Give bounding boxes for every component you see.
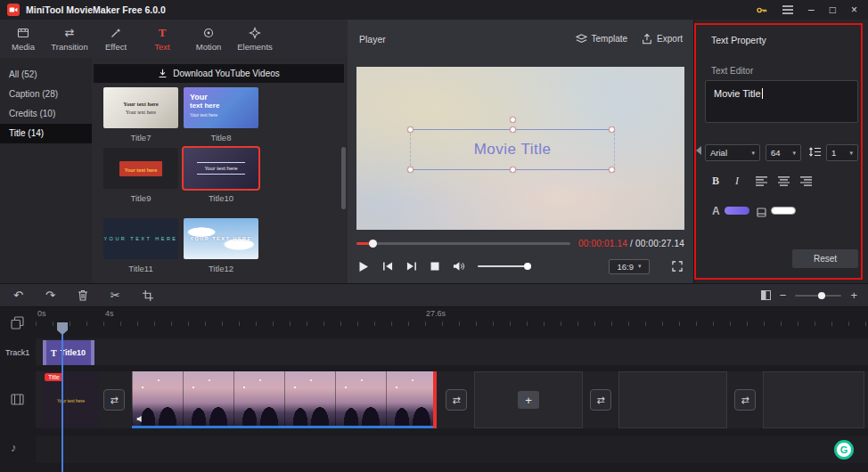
template-thumbnail[interactable]: Your text here xyxy=(184,148,258,189)
overlay-text[interactable]: Movie Title xyxy=(474,141,552,159)
text-selection-box[interactable]: Movie Title xyxy=(410,129,615,170)
bold-button[interactable]: B xyxy=(712,173,719,189)
fill-color-swatch[interactable] xyxy=(771,207,796,215)
resize-handle-top-left[interactable] xyxy=(407,126,414,133)
resize-handle-bottom-center[interactable] xyxy=(510,167,516,173)
align-left-button[interactable] xyxy=(756,173,767,189)
volume-slider[interactable] xyxy=(478,265,531,267)
media-library-icon[interactable] xyxy=(11,316,24,330)
clip-trim-handle[interactable] xyxy=(433,371,437,428)
timeline-clip-title[interactable]: Title Your text here xyxy=(43,371,99,428)
playhead-handle[interactable] xyxy=(57,322,68,335)
aspect-ratio-dropdown[interactable]: 16:9 ▾ xyxy=(609,259,650,274)
tab-elements[interactable]: Elements xyxy=(232,20,278,58)
seek-bar[interactable] xyxy=(356,242,570,245)
template-title12[interactable]: YOUR TEXT HERE Title12 xyxy=(184,218,258,273)
align-center-button[interactable] xyxy=(778,173,790,189)
reset-button[interactable]: Reset xyxy=(792,249,858,268)
template-thumbnail[interactable]: YOUR TEXT HERE xyxy=(103,218,178,259)
maximize-button[interactable]: □ xyxy=(830,4,836,15)
resize-handle-top-center[interactable] xyxy=(510,126,516,133)
undo-button[interactable]: ↶ xyxy=(13,289,23,301)
align-right-button[interactable] xyxy=(800,173,812,189)
volume-icon[interactable] xyxy=(453,261,464,272)
menu-icon[interactable] xyxy=(782,5,793,14)
previous-frame-button[interactable] xyxy=(382,261,393,272)
tab-text[interactable]: T Text xyxy=(139,20,185,58)
category-all[interactable]: All (52) xyxy=(0,65,92,85)
zoom-handle[interactable] xyxy=(818,292,825,299)
tab-motion[interactable]: Motion xyxy=(185,20,232,58)
fullscreen-button[interactable] xyxy=(672,261,683,272)
line-spacing-dropdown[interactable]: 1 ▾ xyxy=(826,144,858,161)
text-editor-input[interactable]: Movie Title xyxy=(705,80,858,123)
zoom-out-button[interactable]: − xyxy=(780,289,787,301)
stop-button[interactable] xyxy=(430,262,439,271)
template-title10-selected[interactable]: Your text here Title10 xyxy=(184,148,258,203)
collapse-panel-icon[interactable] xyxy=(696,146,701,155)
export-button[interactable]: Export xyxy=(642,33,683,45)
template-thumbnail[interactable]: Your text here Your text here xyxy=(184,87,258,128)
empty-clip-slot-3[interactable] xyxy=(763,371,864,428)
template-title9[interactable]: Your text here Title9 xyxy=(103,148,178,203)
font-size-dropdown[interactable]: 64 ▾ xyxy=(766,144,801,161)
template-title7[interactable]: Your text here Your text here Title7 xyxy=(103,87,178,142)
category-credits[interactable]: Credits (10) xyxy=(0,104,92,124)
text-color-letter: A xyxy=(712,203,720,219)
template-thumbnail[interactable]: YOUR TEXT HERE xyxy=(184,218,258,259)
timeline-zoom-slider[interactable] xyxy=(795,295,841,297)
transition-slot-2[interactable]: ⇄ xyxy=(446,389,467,411)
music-track-icon[interactable]: ♪ xyxy=(11,441,17,454)
delete-button[interactable] xyxy=(78,289,88,301)
music-track-row[interactable] xyxy=(36,436,868,463)
template-title8[interactable]: Your text here Your text here Title8 xyxy=(184,87,258,142)
seek-handle[interactable] xyxy=(369,240,377,248)
timeline-ruler[interactable] xyxy=(36,321,868,326)
transition-slot-1[interactable]: ⇄ xyxy=(103,389,125,411)
template-title11[interactable]: YOUR TEXT HERE Title11 xyxy=(103,218,178,273)
minimize-button[interactable]: – xyxy=(808,4,815,15)
template-scrollbar[interactable] xyxy=(341,147,346,209)
tab-effect[interactable]: Effect xyxy=(93,20,139,58)
video-clip-strip[interactable] xyxy=(132,371,437,428)
template-name: Title9 xyxy=(103,193,178,203)
volume-handle[interactable] xyxy=(524,263,531,270)
fit-timeline-icon[interactable] xyxy=(761,290,771,300)
title-track-row[interactable] xyxy=(36,338,868,365)
empty-clip-slot-2[interactable] xyxy=(618,371,727,428)
resize-handle-bottom-right[interactable] xyxy=(609,167,615,173)
play-button[interactable] xyxy=(358,261,369,273)
template-thumbnail[interactable]: Your text here xyxy=(103,148,178,189)
title-clip-title10[interactable]: T Title10 xyxy=(43,340,94,365)
license-key-icon[interactable] xyxy=(756,4,767,16)
add-clip-button[interactable]: + xyxy=(518,391,539,409)
close-button[interactable]: × xyxy=(851,4,857,15)
tab-media[interactable]: Media xyxy=(0,20,46,58)
redo-button[interactable]: ↷ xyxy=(45,289,55,301)
template-thumbnail[interactable]: Your text here Your text here xyxy=(103,87,178,128)
player-header-buttons: Template Export xyxy=(576,33,693,45)
resize-handle-bottom-left[interactable] xyxy=(407,167,414,173)
video-frames xyxy=(132,371,437,428)
next-frame-button[interactable] xyxy=(406,261,417,272)
transition-slot-3[interactable]: ⇄ xyxy=(590,389,611,411)
green-circle-badge[interactable]: G xyxy=(834,440,854,460)
resize-handle-top-right[interactable] xyxy=(609,126,615,133)
text-color-swatch[interactable] xyxy=(725,207,749,215)
rotate-handle[interactable] xyxy=(510,117,516,123)
category-title[interactable]: Title (14) xyxy=(0,124,92,143)
aspect-ratio-value: 16:9 xyxy=(617,262,634,272)
italic-button[interactable]: I xyxy=(735,173,739,189)
download-youtube-banner[interactable]: Download YouTube Videos xyxy=(94,64,344,83)
font-family-dropdown[interactable]: Arial ▾ xyxy=(705,144,760,161)
tab-transition[interactable]: ⇄ Transition xyxy=(46,20,93,58)
template-button[interactable]: Template xyxy=(576,33,628,45)
video-preview[interactable]: Movie Title xyxy=(356,67,684,230)
transition-slot-4[interactable]: ⇄ xyxy=(734,389,756,411)
zoom-in-button[interactable]: + xyxy=(850,289,857,301)
split-button[interactable]: ✂ xyxy=(111,289,120,301)
empty-clip-slot-1[interactable]: + xyxy=(474,371,583,428)
category-caption[interactable]: Caption (28) xyxy=(0,85,92,104)
video-track-icon[interactable] xyxy=(11,394,24,405)
crop-button[interactable] xyxy=(143,290,153,301)
